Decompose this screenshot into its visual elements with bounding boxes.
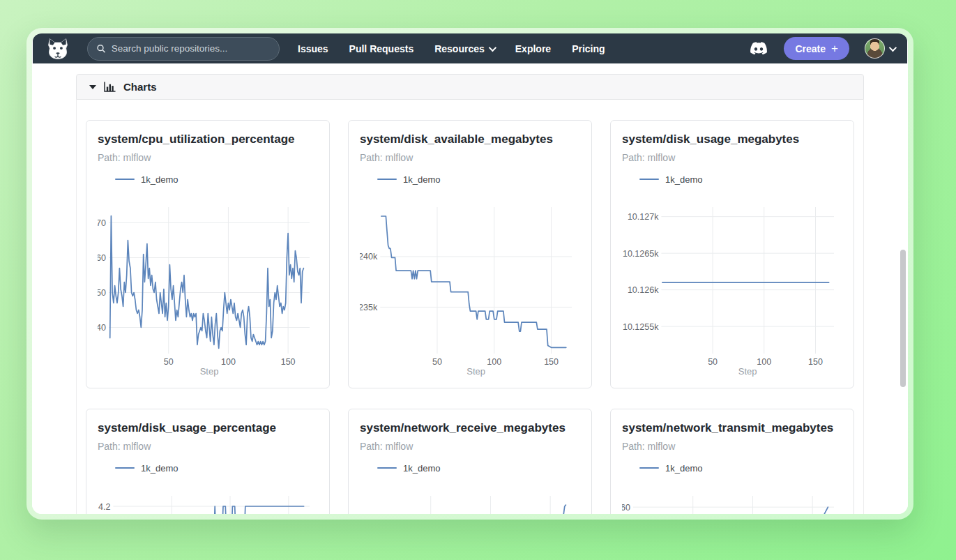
chart-title: system/disk_usage_percentage — [98, 421, 318, 436]
chart-path-label: Path: mlflow — [360, 151, 580, 164]
line-plot[interactable]: 5010015010.1255k10.126k10.1265k10.127kSt… — [622, 202, 842, 380]
create-button[interactable]: Create + — [784, 37, 849, 60]
svg-text:70: 70 — [98, 218, 106, 228]
legend-series-label[interactable]: 1k_demo — [403, 174, 440, 185]
chart-path-label: Path: mlflow — [360, 440, 580, 453]
line-plot[interactable]: 5010015044.14.2Step — [98, 490, 318, 514]
top-navbar: Issues Pull Requests Resources Explore P… — [33, 33, 907, 63]
chart-card-cpu-utilization: system/cpu_utilization_percentage Path: … — [86, 120, 330, 388]
legend-series-label[interactable]: 1k_demo — [665, 463, 702, 474]
plus-icon: + — [831, 42, 838, 56]
legend-series-label[interactable]: 1k_demo — [665, 174, 702, 185]
legend-line-swatch[interactable] — [377, 179, 397, 181]
svg-text:60: 60 — [98, 253, 106, 263]
page-content: Charts system/cpu_utilization_percentage… — [32, 74, 908, 514]
legend-line-swatch[interactable] — [115, 179, 135, 181]
legend-series-label[interactable]: 1k_demo — [141, 463, 178, 474]
user-menu[interactable] — [865, 38, 895, 59]
chart-card-disk-available: system/disk_available_megabytes Path: ml… — [348, 120, 592, 388]
user-menu-chevron-icon — [889, 43, 897, 51]
chart-legend: 1k_demo — [377, 462, 580, 474]
charts-panel: Charts system/cpu_utilization_percentage… — [76, 74, 864, 514]
create-button-label: Create — [795, 43, 826, 54]
search-bar[interactable] — [87, 37, 280, 61]
charts-panel-header[interactable]: Charts — [76, 74, 864, 100]
search-input[interactable] — [112, 43, 271, 54]
svg-text:Step: Step — [738, 366, 757, 377]
chevron-down-icon — [489, 43, 496, 51]
chart-legend: 1k_demo — [639, 174, 842, 185]
nav-item-resources[interactable]: Resources — [434, 43, 494, 54]
chart-card-disk-usage-pct: system/disk_usage_percentage Path: mlflo… — [86, 409, 330, 514]
nav-item-explore[interactable]: Explore — [515, 43, 551, 54]
collapse-caret-icon — [89, 85, 96, 89]
chart-legend: 1k_demo — [115, 174, 318, 185]
line-plot[interactable]: 50100150204060Step — [622, 490, 842, 514]
line-plot[interactable]: 5010015024Step — [360, 490, 580, 514]
svg-text:40: 40 — [98, 323, 106, 333]
svg-text:10.126k: 10.126k — [628, 285, 659, 295]
chart-title: system/disk_available_megabytes — [360, 132, 580, 147]
charts-panel-title: Charts — [123, 81, 157, 93]
svg-text:240k: 240k — [360, 252, 378, 262]
legend-line-swatch[interactable] — [377, 467, 397, 469]
legend-line-swatch[interactable] — [115, 467, 135, 469]
line-plot[interactable]: 50100150235k240kStep — [360, 202, 580, 380]
line-plot[interactable]: 5010015040506070Step — [98, 202, 318, 380]
dagshub-logo[interactable] — [45, 36, 72, 61]
chart-title: system/disk_usage_megabytes — [622, 132, 842, 147]
chart-path-label: Path: mlflow — [622, 440, 842, 453]
svg-text:4.2: 4.2 — [98, 502, 110, 512]
svg-text:60: 60 — [622, 503, 630, 513]
legend-line-swatch[interactable] — [639, 467, 659, 469]
svg-text:235k: 235k — [360, 303, 378, 312]
nav-item-pull-requests[interactable]: Pull Requests — [349, 43, 414, 54]
bar-chart-icon — [104, 82, 116, 92]
avatar[interactable] — [865, 38, 885, 59]
svg-text:100: 100 — [221, 357, 236, 367]
svg-text:Step: Step — [200, 366, 219, 377]
chart-title: system/network_receive_megabytes — [360, 421, 580, 436]
chart-title: system/network_transmit_megabytes — [622, 421, 842, 436]
chart-legend: 1k_demo — [377, 174, 580, 185]
svg-text:150: 150 — [281, 357, 296, 367]
svg-text:Step: Step — [466, 366, 485, 377]
vertical-scrollbar-thumb[interactable] — [900, 250, 906, 387]
search-icon — [96, 43, 106, 54]
nav-item-resources-label: Resources — [434, 43, 485, 54]
charts-grid: system/cpu_utilization_percentage Path: … — [76, 100, 864, 514]
svg-text:10.1255k: 10.1255k — [623, 322, 659, 332]
chart-legend: 1k_demo — [115, 462, 318, 474]
chart-title: system/cpu_utilization_percentage — [98, 132, 318, 147]
svg-text:50: 50 — [164, 357, 174, 367]
svg-text:50: 50 — [432, 357, 442, 367]
discord-icon[interactable] — [750, 42, 768, 56]
chart-path-label: Path: mlflow — [98, 440, 318, 453]
chart-path-label: Path: mlflow — [622, 151, 842, 164]
svg-text:150: 150 — [544, 357, 559, 367]
dog-logo-icon — [45, 37, 70, 61]
chart-card-disk-usage-mb: system/disk_usage_megabytes Path: mlflow… — [610, 120, 854, 388]
app-window: Issues Pull Requests Resources Explore P… — [26, 28, 913, 520]
legend-series-label[interactable]: 1k_demo — [141, 174, 178, 185]
svg-text:50: 50 — [98, 288, 106, 298]
nav-item-issues[interactable]: Issues — [298, 43, 328, 54]
legend-series-label[interactable]: 1k_demo — [403, 463, 440, 474]
svg-text:10.1265k: 10.1265k — [623, 249, 659, 259]
chart-legend: 1k_demo — [639, 462, 842, 474]
svg-text:50: 50 — [708, 357, 718, 367]
nav-item-pricing[interactable]: Pricing — [572, 43, 605, 54]
chart-path-label: Path: mlflow — [98, 151, 318, 164]
svg-text:100: 100 — [757, 357, 771, 367]
svg-text:100: 100 — [487, 357, 501, 367]
chart-card-network-transmit: system/network_transmit_megabytes Path: … — [610, 409, 854, 514]
nav-links: Issues Pull Requests Resources Explore P… — [298, 43, 605, 54]
svg-text:150: 150 — [808, 357, 823, 367]
svg-text:10.127k: 10.127k — [628, 212, 659, 222]
legend-line-swatch[interactable] — [639, 179, 659, 181]
app-window-inner: Issues Pull Requests Resources Explore P… — [32, 33, 908, 514]
chart-card-network-receive: system/network_receive_megabytes Path: m… — [348, 409, 592, 514]
